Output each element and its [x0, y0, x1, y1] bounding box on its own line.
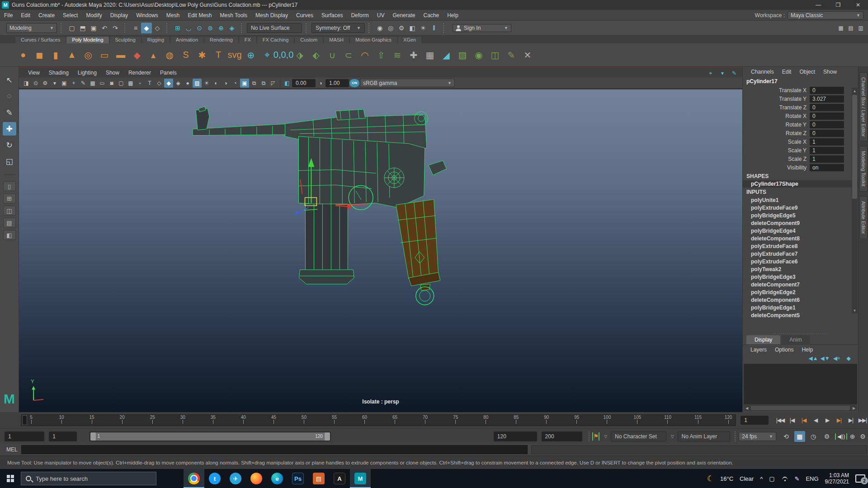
toggle-tool-settings-icon[interactable]: ▤	[846, 23, 855, 33]
poly-pipe-icon[interactable]: ◍	[162, 47, 177, 63]
menu-item[interactable]: Help	[443, 10, 462, 20]
paint-select-tool[interactable]: ✎	[3, 106, 16, 119]
poly-cone-icon[interactable]: ▲	[64, 47, 80, 63]
attribute-label[interactable]: Translate X	[743, 87, 810, 94]
range-start-handle[interactable]	[90, 432, 96, 441]
exposure-icon[interactable]: ◧	[283, 79, 292, 88]
menu-item[interactable]: Deform	[347, 10, 373, 20]
input-node-item[interactable]: polyBridgeEdge3	[743, 273, 858, 281]
menu-item[interactable]: Generate	[388, 10, 419, 20]
group-divider[interactable]	[368, 23, 371, 33]
viewport-menu-item[interactable]: Panels	[156, 70, 181, 76]
taskbar-photoshop[interactable]: Ps	[288, 469, 308, 488]
attribute-value-field[interactable]: 1	[810, 138, 844, 145]
shelf-tab[interactable]: Poly Modeling	[66, 37, 108, 43]
group-divider[interactable]	[443, 23, 445, 33]
poly-disc-icon[interactable]: ▬	[113, 47, 128, 63]
character-set-field[interactable]: No Character Set	[611, 432, 666, 441]
attribute-value-field[interactable]: 0	[810, 130, 844, 137]
image-plane-icon[interactable]: ▣	[60, 79, 69, 88]
clip-editor-icon[interactable]: ▦	[794, 431, 805, 442]
viewport-canvas[interactable]: Y Isolate : persp	[19, 89, 742, 412]
clock[interactable]: 1:03 AM 9/27/2021	[825, 472, 849, 485]
hidden-icons-chevron[interactable]: ^	[760, 475, 763, 482]
input-node-item[interactable]: deleteComponent6	[743, 296, 858, 304]
auto-key-clock-icon[interactable]: ◷	[808, 431, 819, 442]
scale-tool[interactable]: ◱	[3, 155, 16, 168]
toggle-attribute-editor-icon[interactable]: ▥	[856, 23, 865, 33]
command-language-toggle[interactable]: MEL	[6, 446, 18, 453]
move-tool[interactable]: ✚	[3, 122, 16, 136]
gamma-icon[interactable]: ◑	[316, 79, 325, 88]
poly-sphere-icon[interactable]: ●	[15, 47, 31, 63]
attribute-value-field[interactable]: 3.027	[810, 95, 844, 103]
pen-icon[interactable]: ✎	[795, 475, 800, 482]
anim-prefs-icon[interactable]: ⚙	[821, 431, 832, 442]
viewport-menu-item[interactable]: Show	[101, 70, 124, 76]
lock-camera-icon[interactable]: ⊙	[31, 79, 40, 88]
origin-tool-icon[interactable]: 0,0,0	[276, 47, 291, 63]
menu-item[interactable]: Mesh	[162, 10, 184, 20]
motion-blur-icon[interactable]: ◔	[231, 79, 240, 88]
gamma-field[interactable]: 1.00	[326, 79, 349, 87]
workspace-dropdown[interactable]: Maya Classic▼	[788, 11, 863, 19]
menu-item[interactable]: File	[0, 10, 17, 20]
viewport-menu-item[interactable]: Shading	[44, 70, 73, 76]
new-scene-icon[interactable]: ▢	[66, 23, 77, 33]
menu-item[interactable]: UV	[373, 10, 389, 20]
menu-set-dropdown[interactable]: Modeling▼	[6, 23, 57, 33]
taskbar-autodesk[interactable]: A	[329, 469, 350, 488]
play-forwards-button[interactable]: ▶	[822, 415, 833, 425]
menu-item[interactable]: Edit	[17, 10, 34, 20]
resolution-gate-icon[interactable]: ◙	[107, 79, 116, 88]
render-icon[interactable]: ◉	[374, 23, 385, 33]
time-slider-track[interactable]: 5 10 15 20	[21, 414, 736, 426]
layer-list-area[interactable]	[744, 364, 857, 404]
group-divider[interactable]	[589, 432, 591, 441]
viewport-menu-item[interactable]: View	[24, 70, 44, 76]
annotate-icon[interactable]: ✎	[730, 69, 739, 78]
taskbar-firefox[interactable]	[246, 469, 267, 488]
attribute-value-field[interactable]: 0	[810, 113, 844, 120]
animation-preferences-icon[interactable]: ⚙	[858, 431, 868, 442]
field-chart-icon[interactable]: ▩	[126, 79, 135, 88]
input-node-item[interactable]: polyBridgeEdge5	[743, 211, 858, 219]
save-scene-icon[interactable]: ▣	[88, 23, 99, 33]
gate-mask-icon[interactable]: ▢	[117, 79, 126, 88]
play-backwards-button[interactable]: ◀	[810, 415, 821, 425]
animation-start-field[interactable]: 1	[5, 432, 44, 441]
layer-new-empty-icon[interactable]: ◆	[844, 355, 853, 362]
channel-box-scrollbar[interactable]: ▲ ▼	[852, 88, 858, 314]
group-divider[interactable]	[735, 432, 737, 441]
step-forward-key-button[interactable]: ▶|	[834, 415, 844, 425]
hypershade-icon[interactable]: ◧	[407, 23, 418, 33]
film-gate-icon[interactable]: ▭	[98, 79, 107, 88]
safe-action-icon[interactable]: ▫	[136, 79, 145, 88]
layer-move-down-icon[interactable]: ◀▼	[821, 355, 829, 362]
playback-end-field[interactable]: 120	[494, 432, 537, 441]
smooth-icon[interactable]: ◠	[357, 47, 373, 63]
select-tool[interactable]: ↖	[3, 73, 16, 87]
input-node-item[interactable]: deleteComponent7	[743, 281, 858, 288]
paste-view-icon[interactable]: ⧉	[259, 79, 268, 88]
taskbar-telegram[interactable]: ✈	[225, 469, 246, 488]
mute-audio-icon[interactable]: ◀))	[835, 433, 847, 440]
layer-move-up-icon[interactable]: ◀▲	[809, 355, 817, 362]
start-button[interactable]	[0, 469, 21, 488]
copy-view-icon[interactable]: ⧉	[250, 79, 259, 88]
xray-icon[interactable]: ◸	[269, 79, 278, 88]
menu-item[interactable]: Mesh Display	[251, 10, 292, 20]
step-back-frame-button[interactable]: |◀	[787, 415, 797, 425]
attribute-label[interactable]: Translate Z	[743, 104, 810, 111]
attribute-value-field[interactable]: 0	[810, 87, 844, 94]
scroll-up-icon[interactable]: ▲	[852, 88, 858, 94]
auto-keyframe-icon[interactable]: ⊕	[847, 431, 858, 442]
sidebar-vertical-tab[interactable]: Attribute Editor	[859, 196, 868, 239]
layer-menu-item[interactable]: Layers	[746, 347, 771, 353]
action-center-icon[interactable]: 2	[855, 474, 865, 483]
command-result-field[interactable]	[531, 445, 867, 454]
layer-horizontal-scrollbar[interactable]: ◀ ▶	[744, 405, 857, 411]
weather-moon-icon[interactable]: ☾	[707, 474, 714, 483]
scrollbar-track[interactable]	[751, 406, 850, 410]
bridge-icon[interactable]: ≋	[390, 47, 405, 63]
